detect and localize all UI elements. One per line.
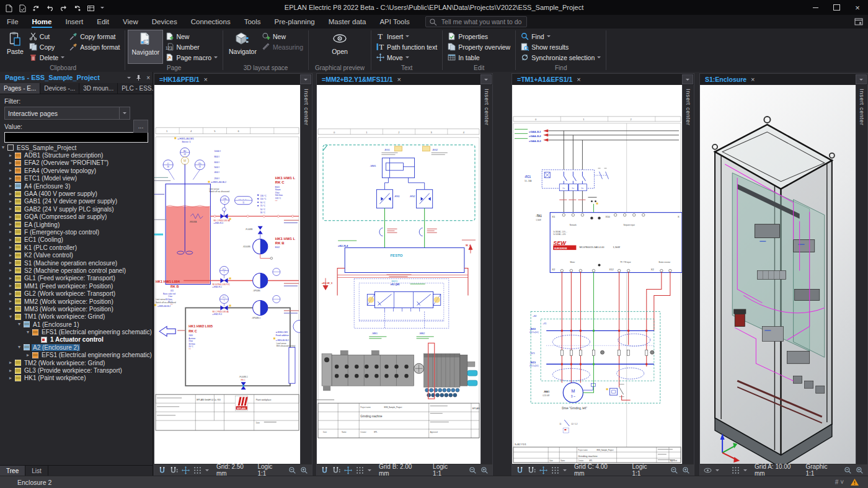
filter-more-button[interactable]: ... bbox=[133, 120, 148, 133]
enclosure-3d-viewport[interactable] bbox=[700, 85, 856, 464]
tab-close-icon[interactable]: × bbox=[577, 76, 580, 83]
delete-button[interactable]: Delete bbox=[27, 52, 67, 63]
tree-item-project-root[interactable]: ESS_Sample_Project bbox=[0, 144, 153, 151]
panel-close-icon[interactable]: × bbox=[146, 74, 150, 81]
object-snap-icon[interactable] bbox=[170, 466, 178, 474]
open-preview-button[interactable]: Open bbox=[329, 30, 351, 64]
zoom-out-icon[interactable] bbox=[469, 466, 477, 474]
snap-icon[interactable] bbox=[516, 466, 524, 474]
property-overview-button[interactable]: Property overview bbox=[445, 42, 513, 52]
user-window-icon[interactable] bbox=[854, 17, 863, 26]
cut-button[interactable]: Cut bbox=[27, 31, 67, 42]
fluid-schematic-canvas[interactable]: 01234 -MM1 bbox=[317, 85, 480, 464]
menu-insert[interactable]: Insert bbox=[58, 15, 90, 29]
menu-home[interactable]: Home bbox=[25, 15, 59, 29]
new-page-button[interactable]: New bbox=[163, 31, 220, 42]
move-cursor-icon[interactable] bbox=[182, 466, 190, 474]
tab-close-icon[interactable]: × bbox=[751, 76, 755, 83]
tree-item-efa2[interactable]: EFA2 (Overview "PROFINET") bbox=[0, 159, 153, 167]
pid-schematic-canvas[interactable]: 1456 =.HW1+B4-M1 Stirrer 1 BU02 M bbox=[154, 85, 300, 464]
menu-master-data[interactable]: Master data bbox=[322, 15, 373, 29]
tree-item-efs1-a1[interactable]: EFS1 (Electrical engineering schematic) bbox=[0, 328, 153, 335]
path-function-text-button[interactable]: T Path function text bbox=[374, 42, 440, 52]
tree-item-gab2[interactable]: GAB2 (24 V supply PLC signals) bbox=[0, 205, 153, 213]
zoom-in-icon[interactable] bbox=[480, 466, 489, 474]
filter-dropdown[interactable]: Interactive pages bbox=[4, 107, 130, 120]
search-input[interactable] bbox=[440, 17, 526, 26]
grid-dropdown-icon[interactable] bbox=[563, 469, 567, 471]
tree-item-gl3[interactable]: GL3 (Provide workpiece: Transport) bbox=[0, 366, 153, 374]
electrical-schematic-canvas[interactable]: 012 =GAA-2L1 =GAA-2L2 =GAA-2L3 bbox=[512, 85, 682, 464]
redo-icon[interactable] bbox=[60, 4, 68, 12]
grid-dropdown-icon[interactable] bbox=[743, 469, 747, 471]
tree-item-ec1[interactable]: EC1 (Cooling) bbox=[0, 236, 153, 244]
menu-pre-planning[interactable]: Pre-planning bbox=[268, 15, 322, 29]
grid-icon[interactable] bbox=[551, 466, 559, 474]
synchronize-selection-button[interactable]: Synchronize selection bbox=[518, 52, 603, 63]
document-tab[interactable]: =HK1&PFB/1 × bbox=[154, 74, 213, 85]
tell-me-search[interactable] bbox=[425, 16, 527, 27]
zoom-in-icon[interactable] bbox=[300, 466, 308, 474]
tree-item-k1[interactable]: K1 (PLC controller) bbox=[0, 244, 153, 251]
tab-list-button[interactable] bbox=[300, 74, 311, 84]
copy-button[interactable]: Copy bbox=[27, 42, 67, 52]
tree-item-gl1[interactable]: GL1 (Feed workpiece: Transport) bbox=[0, 275, 153, 282]
move-button[interactable]: Move bbox=[374, 52, 440, 63]
panel-tab-devices[interactable]: Devices -... bbox=[40, 83, 79, 94]
object-snap-icon[interactable] bbox=[528, 466, 536, 474]
new-page-icon[interactable] bbox=[5, 4, 13, 12]
tree-item-etc1[interactable]: ETC1 (Model view) bbox=[0, 175, 153, 182]
3d-navigator-button[interactable]: Navigator bbox=[226, 30, 260, 64]
document-tab[interactable]: S1:Enclosure × bbox=[700, 74, 760, 85]
assign-format-button[interactable]: Assign format bbox=[67, 42, 122, 52]
tree-item-efa4[interactable]: EFA4 (Overview topology) bbox=[0, 167, 153, 174]
menu-tools[interactable]: Tools bbox=[237, 15, 268, 29]
tab-close-icon[interactable]: × bbox=[203, 76, 207, 83]
snap-icon[interactable] bbox=[158, 466, 166, 474]
grid-icon[interactable] bbox=[732, 466, 740, 474]
tree-item-actuator-control-page[interactable]: 1 Actuator control bbox=[0, 336, 153, 344]
list-tab[interactable]: List bbox=[25, 466, 48, 476]
tab-list-button[interactable] bbox=[682, 74, 693, 84]
tree-item-mm2[interactable]: MM2 (Work workpiece: Position) bbox=[0, 298, 153, 305]
grid-dropdown-icon[interactable] bbox=[368, 469, 371, 471]
tree-item-gqa[interactable]: GQA (Compressed air supply) bbox=[0, 213, 153, 221]
view-dropdown-icon[interactable] bbox=[715, 469, 719, 471]
tree-item-mm1[interactable]: MM1 (Feed workpiece: Position) bbox=[0, 282, 153, 290]
page-navigator-button[interactable]: Navigator bbox=[128, 30, 163, 64]
measuring-button[interactable]: Measuring bbox=[260, 42, 306, 52]
properties-button[interactable]: Properties bbox=[445, 31, 513, 42]
insert-center-panel[interactable]: Insert center bbox=[480, 85, 492, 464]
tree-tab[interactable]: Tree bbox=[0, 466, 25, 476]
show-results-button[interactable]: Show results bbox=[518, 42, 603, 52]
menu-devices[interactable]: Devices bbox=[145, 15, 184, 29]
tree-item-tm1[interactable]: TM1 (Work workpiece: Grind) bbox=[0, 313, 153, 321]
object-snap-icon[interactable] bbox=[332, 466, 340, 474]
tab-list-button[interactable] bbox=[480, 74, 492, 84]
filter-dropdown-caret[interactable] bbox=[119, 107, 130, 119]
tree-item-efs1-a2[interactable]: EFS1 (Electrical engineering schematic) bbox=[0, 352, 153, 359]
tree-item-adb1[interactable]: ADB1 (Structure description) bbox=[0, 151, 153, 159]
tree-item-a4[interactable]: A4 (Enclosure 3) bbox=[0, 182, 153, 190]
tree-item-k2[interactable]: K2 (Valve control) bbox=[0, 251, 153, 259]
menu-file[interactable]: File bbox=[0, 15, 25, 29]
tree-item-gab1[interactable]: GAB1 (24 V device power supply) bbox=[0, 198, 153, 205]
number-button[interactable]: 123 Number bbox=[163, 42, 220, 52]
minimize-button[interactable] bbox=[805, 0, 826, 15]
menu-connections[interactable]: Connections bbox=[184, 15, 237, 29]
grid-icon[interactable] bbox=[193, 466, 202, 474]
graphic-settings-icon[interactable]: # ˅ bbox=[835, 479, 844, 486]
panel-tab-3d[interactable]: 3D moun... bbox=[79, 83, 118, 94]
zoom-in-icon[interactable] bbox=[682, 466, 690, 474]
zoom-out-icon[interactable] bbox=[288, 466, 296, 474]
move-cursor-icon[interactable] bbox=[539, 466, 547, 474]
document-tab[interactable]: =MM2+B2.Y1&MFS11/1 × bbox=[317, 74, 406, 85]
tree-item-gaa[interactable]: GAA (400 V power supply) bbox=[0, 190, 153, 197]
menu-view[interactable]: View bbox=[116, 15, 145, 29]
insert-center-panel[interactable]: Insert center bbox=[682, 85, 694, 464]
pin-icon[interactable] bbox=[136, 74, 141, 81]
tree-item-s1[interactable]: S1 (Machine operation enclosure) bbox=[0, 259, 153, 267]
grid-dropdown-icon[interactable] bbox=[205, 469, 209, 471]
tab-list-button[interactable] bbox=[856, 74, 867, 84]
tree-item-tm2[interactable]: TM2 (Work workpiece: Grind) bbox=[0, 359, 153, 366]
